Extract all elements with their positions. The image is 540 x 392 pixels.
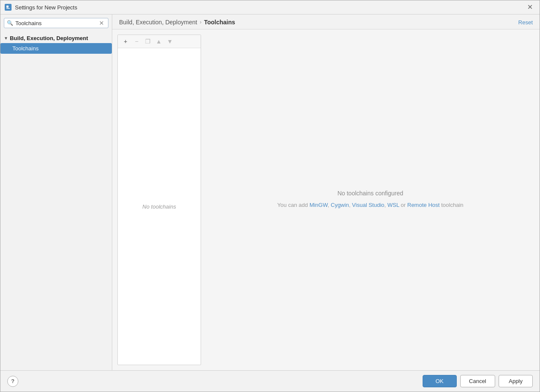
bottom-bar: ? OK Cancel Apply [0,370,540,392]
toolchains-detail-panel: No toolchains configured You can add Min… [201,29,540,370]
move-up-toolchain-button[interactable]: ▲ [154,37,164,46]
empty-state-suffix: toolchain [440,202,464,208]
add-toolchain-button[interactable]: + [120,37,131,46]
sidebar-item-toolchains[interactable]: Toolchains [0,43,112,54]
search-box-wrapper: 🔍 ✕ [0,15,112,32]
ok-button[interactable]: OK [423,375,457,387]
svg-rect-1 [6,6,9,8]
breadcrumb-current: Toolchains [204,19,235,26]
or-text: or [399,202,407,208]
sidebar: 🔍 ✕ ▼ Build, Execution, Deployment Toolc… [0,15,112,370]
close-button[interactable]: ✕ [525,3,535,12]
search-clear-button[interactable]: ✕ [98,20,105,26]
svg-rect-2 [6,8,10,9]
remove-toolchain-button[interactable]: − [131,37,142,46]
breadcrumb-parent: Build, Execution, Deployment [119,19,197,26]
comma-1: , [328,202,331,208]
empty-state-prefix: You can add [277,202,309,208]
toolchains-list-empty-label: No toolchains [143,203,176,210]
panel-header: Build, Execution, Deployment › Toolchain… [112,15,540,29]
search-box: 🔍 ✕ [4,18,108,28]
tree-group-build-execution-deployment[interactable]: ▼ Build, Execution, Deployment [0,33,112,43]
help-button[interactable]: ? [7,376,18,387]
list-toolbar: + − ❐ ▲ ▼ [118,35,201,48]
app-icon [5,4,12,11]
empty-state-subtitle: You can add MinGW, Cygwin, Visual Studio… [277,201,463,210]
breadcrumb-separator: › [200,19,201,25]
link-visual-studio[interactable]: Visual Studio [352,202,385,208]
copy-toolchain-button[interactable]: ❐ [143,37,153,46]
link-mingw[interactable]: MinGW [309,202,328,208]
title-bar: Settings for New Projects ✕ [0,0,540,15]
move-down-toolchain-button[interactable]: ▼ [165,37,175,46]
toolchains-list-empty: No toolchains [118,48,201,365]
link-wsl[interactable]: WSL [388,202,400,208]
apply-button[interactable]: Apply [499,375,533,387]
empty-state-title: No toolchains configured [337,190,403,197]
right-panel: Build, Execution, Deployment › Toolchain… [112,15,540,370]
sidebar-tree: ▼ Build, Execution, Deployment Toolchain… [0,32,112,370]
breadcrumb: Build, Execution, Deployment › Toolchain… [119,19,235,26]
reset-button[interactable]: Reset [518,19,533,26]
link-cygwin[interactable]: Cygwin [331,202,349,208]
search-input[interactable] [15,20,96,26]
cancel-button[interactable]: Cancel [460,375,495,387]
comma-3: , [384,202,387,208]
search-icon: 🔍 [7,20,13,26]
dialog-title: Settings for New Projects [15,4,525,11]
main-content: 🔍 ✕ ▼ Build, Execution, Deployment Toolc… [0,15,540,370]
toolchains-list-panel: + − ❐ ▲ ▼ No toolchains [117,35,201,365]
tree-group-chevron: ▼ [4,36,8,41]
link-remote-host[interactable]: Remote Host [407,202,440,208]
action-buttons: OK Cancel Apply [423,375,533,387]
settings-dialog: Settings for New Projects ✕ 🔍 ✕ ▼ Build,… [0,0,540,392]
panel-body: + − ❐ ▲ ▼ No toolchains No toolchains co… [112,29,540,370]
comma-2: , [349,202,352,208]
sidebar-item-toolchains-label: Toolchains [12,45,38,52]
tree-group-label: Build, Execution, Deployment [10,35,88,41]
